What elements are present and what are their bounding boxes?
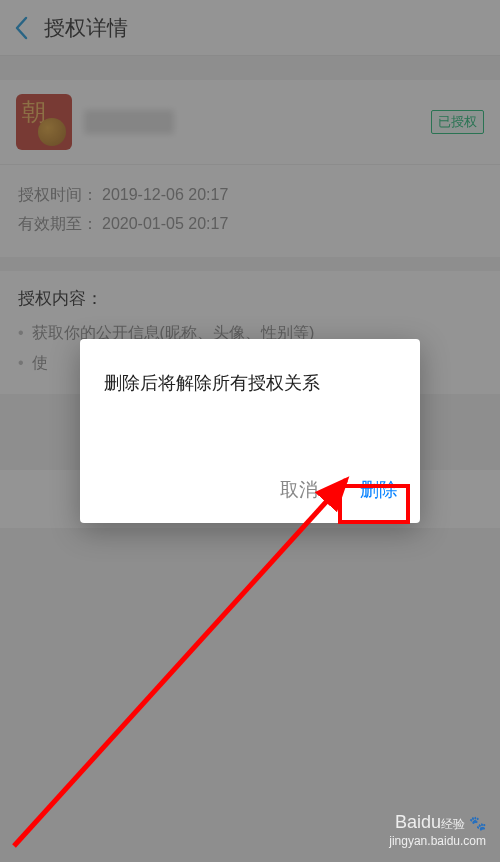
watermark-site: jingyan.baidu.com [389,834,486,848]
delete-button[interactable]: 删除 [356,475,402,505]
svg-line-0 [14,480,346,846]
watermark: Baidu经验🐾 jingyan.baidu.com [389,812,486,848]
dialog-message: 删除后将解除所有授权关系 [80,339,420,461]
modal-overlay: 删除后将解除所有授权关系 取消 删除 Baidu经验🐾 jingyan.baid… [0,0,500,862]
cancel-button[interactable]: 取消 [276,475,322,505]
confirm-dialog: 删除后将解除所有授权关系 取消 删除 [80,339,420,523]
watermark-brand: Baidu [395,812,441,832]
paw-icon: 🐾 [469,815,486,831]
